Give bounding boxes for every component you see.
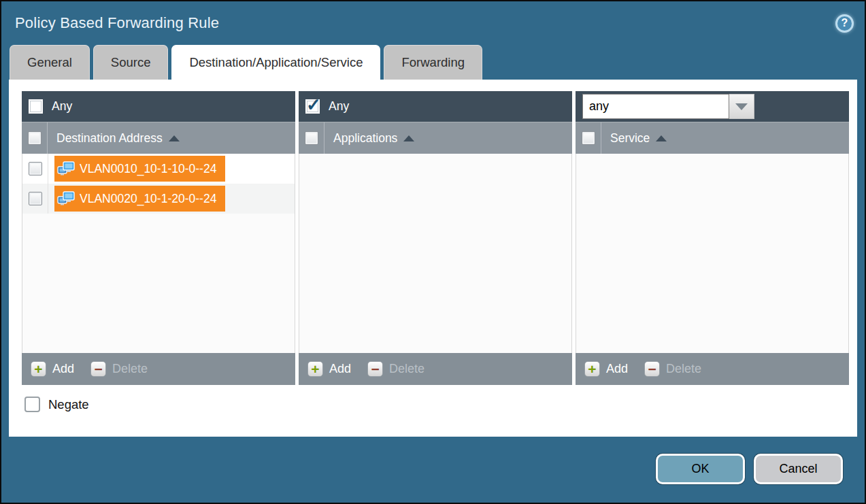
service-header-label: Service: [610, 131, 650, 146]
negate-row: Negate: [9, 385, 857, 412]
list-item-vlan0010[interactable]: VLAN0010_10-1-10-0--24: [54, 156, 225, 182]
applications-any-checkbox[interactable]: [305, 99, 320, 114]
applications-select-all-cell: [299, 122, 324, 154]
sort-ascending-icon: [169, 135, 180, 141]
negate-label: Negate: [48, 397, 89, 412]
applications-column: Any Applications + Add −: [299, 91, 572, 385]
service-actions-bar: + Add − Delete: [576, 353, 849, 385]
applications-any-label: Any: [329, 99, 349, 114]
negate-checkbox[interactable]: [24, 397, 40, 412]
delete-button-label: Delete: [389, 362, 424, 376]
delete-minus-icon: −: [367, 361, 383, 377]
applications-select-all-checkbox[interactable]: [305, 131, 318, 145]
chevron-down-icon: [735, 103, 748, 110]
row-checkbox-cell: [22, 154, 48, 184]
destination-column-header: Destination Address: [22, 122, 295, 154]
network-address-icon: [57, 160, 75, 178]
table-row: VLAN0010_10-1-10-0--24: [22, 154, 295, 184]
ok-button[interactable]: OK: [656, 454, 745, 484]
row-checkbox[interactable]: [29, 162, 42, 175]
destination-header-label: Destination Address: [56, 131, 163, 146]
add-button-label: Add: [606, 362, 628, 376]
destination-address-column: Any Destination Address: [22, 91, 295, 385]
add-plus-icon: +: [31, 361, 46, 377]
destination-any-bar: Any: [22, 91, 295, 122]
tab-destination-application-service[interactable]: Destination/Application/Service: [171, 45, 380, 80]
destination-add-button[interactable]: + Add: [31, 361, 74, 377]
applications-add-button[interactable]: + Add: [307, 361, 351, 377]
applications-any-bar: Any: [299, 91, 572, 122]
applications-header-label: Applications: [333, 131, 397, 146]
destination-address-sort-header[interactable]: Destination Address: [56, 122, 180, 154]
row-checkbox-cell: [22, 184, 48, 214]
service-select-all-checkbox[interactable]: [582, 131, 595, 145]
service-any-bar: any: [576, 91, 849, 122]
service-column: any Service + Add: [576, 91, 849, 385]
pbf-rule-dialog: Policy Based Forwarding Rule ? General S…: [0, 0, 866, 504]
sort-ascending-icon: [403, 135, 414, 141]
help-icon[interactable]: ?: [835, 14, 854, 33]
delete-minus-icon: −: [90, 361, 106, 377]
tab-general[interactable]: General: [10, 45, 90, 80]
table-row: VLAN0020_10-1-20-0--24: [22, 184, 295, 214]
destination-address-list: VLAN0010_10-1-10-0--24: [22, 154, 295, 353]
sort-ascending-icon: [656, 135, 667, 141]
service-column-header: Service: [576, 122, 849, 154]
destination-select-all-cell: [22, 122, 48, 154]
service-dropdown-value: any: [582, 94, 729, 119]
applications-actions-bar: + Add − Delete: [299, 353, 572, 385]
add-button-label: Add: [329, 362, 351, 376]
applications-delete-button[interactable]: − Delete: [367, 361, 424, 377]
destination-any-label: Any: [52, 99, 72, 114]
add-button-label: Add: [52, 362, 74, 376]
service-sort-header[interactable]: Service: [610, 122, 667, 154]
add-plus-icon: +: [584, 361, 600, 377]
service-dropdown-button[interactable]: [729, 94, 754, 119]
service-type-dropdown[interactable]: any: [582, 94, 754, 119]
service-select-all-cell: [576, 122, 601, 154]
destination-delete-button[interactable]: − Delete: [90, 361, 148, 377]
applications-column-header: Applications: [299, 122, 572, 154]
dialog-titlebar: Policy Based Forwarding Rule ?: [1, 1, 865, 45]
dialog-title: Policy Based Forwarding Rule: [15, 14, 219, 32]
list-item-label: VLAN0020_10-1-20-0--24: [80, 192, 216, 206]
list-item-label: VLAN0010_10-1-10-0--24: [80, 162, 216, 176]
network-address-icon: [57, 190, 75, 207]
tab-forwarding[interactable]: Forwarding: [384, 45, 482, 80]
destination-actions-bar: + Add − Delete: [22, 353, 295, 385]
delete-minus-icon: −: [644, 361, 660, 377]
applications-list: [299, 154, 572, 353]
dialog-footer: OK Cancel: [1, 437, 865, 503]
service-delete-button[interactable]: − Delete: [644, 361, 701, 377]
destination-any-checkbox[interactable]: [29, 99, 43, 114]
columns-container: Any Destination Address: [9, 80, 857, 385]
destination-select-all-checkbox[interactable]: [28, 131, 41, 145]
tab-source[interactable]: Source: [93, 45, 169, 80]
service-add-button[interactable]: + Add: [584, 361, 628, 377]
list-item-vlan0020[interactable]: VLAN0020_10-1-20-0--24: [54, 186, 225, 212]
applications-sort-header[interactable]: Applications: [333, 122, 414, 154]
service-list: [576, 154, 849, 353]
tab-bar: General Source Destination/Application/S…: [1, 45, 865, 80]
add-plus-icon: +: [307, 361, 323, 377]
delete-button-label: Delete: [666, 362, 701, 376]
tab-content-panel: Any Destination Address: [9, 80, 857, 437]
delete-button-label: Delete: [112, 362, 148, 376]
row-checkbox[interactable]: [29, 192, 42, 205]
cancel-button[interactable]: Cancel: [754, 454, 843, 484]
